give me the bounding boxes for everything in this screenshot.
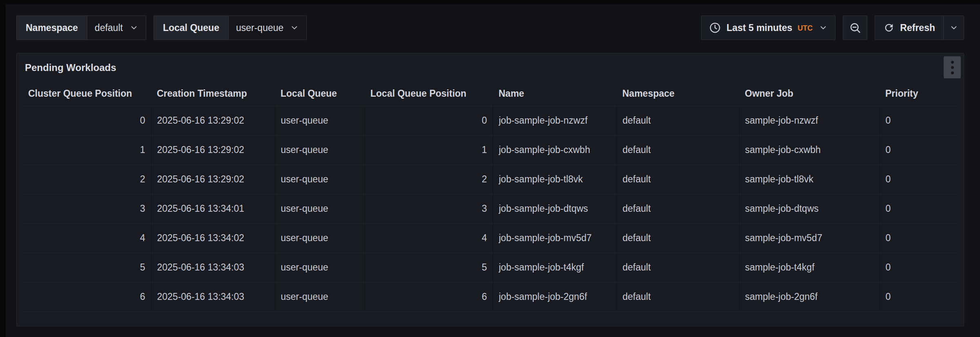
table-cell: 0 [880, 194, 958, 223]
refresh-button-group: Refresh [875, 16, 964, 40]
table-cell: default [617, 253, 739, 282]
table-cell: 0 [880, 282, 958, 311]
table-body: 02025-06-16 13:29:02user-queue0job-sampl… [22, 106, 958, 311]
dashboard: Namespace default Local Queue user-queue… [6, 4, 980, 337]
table-cell: user-queue [275, 135, 365, 164]
table-cell: 3 [22, 194, 151, 223]
table-cell: default [617, 282, 739, 311]
table-row: 42025-06-16 13:34:02user-queue4job-sampl… [22, 223, 958, 253]
table-cell: sample-job-nzwzf [739, 106, 880, 135]
table-cell: sample-job-2gn6f [739, 282, 880, 311]
table-cell: default [617, 194, 739, 223]
table-cell: sample-job-dtqws [739, 194, 880, 223]
table-cell: 0 [880, 106, 958, 135]
namespace-variable: Namespace default [16, 16, 146, 40]
namespace-variable-value: default [95, 22, 123, 33]
column-header-local-queue-position[interactable]: Local Queue Position [365, 82, 493, 106]
table-cell: job-sample-job-nzwzf [493, 106, 617, 135]
refresh-interval-dropdown[interactable] [943, 16, 964, 40]
column-header-owner-job[interactable]: Owner Job [739, 82, 880, 106]
table-cell: 1 [22, 135, 151, 164]
refresh-button[interactable]: Refresh [875, 16, 943, 40]
local-queue-variable: Local Queue user-queue [154, 16, 307, 40]
time-picker-button[interactable]: Last 5 minutes UTC [701, 16, 835, 40]
table-cell: 5 [365, 253, 493, 282]
refresh-icon [883, 22, 895, 33]
table-cell: sample-job-mv5d7 [739, 223, 880, 253]
column-header-name[interactable]: Name [493, 82, 617, 106]
table-cell: user-queue [275, 106, 365, 135]
kebab-icon [951, 61, 954, 64]
local-queue-variable-value: user-queue [236, 22, 283, 33]
table-cell: 3 [365, 194, 493, 223]
column-header-namespace[interactable]: Namespace [617, 82, 739, 106]
table-cell: 6 [365, 282, 493, 311]
table-cell: 2025-06-16 13:34:03 [151, 282, 275, 311]
table-cell: job-sample-job-cxwbh [493, 135, 617, 164]
time-range-label: Last 5 minutes [726, 22, 792, 33]
chevron-down-icon [819, 23, 828, 32]
table-row: 22025-06-16 13:29:02user-queue2job-sampl… [22, 164, 958, 194]
column-header-priority[interactable]: Priority [880, 82, 958, 106]
chevron-down-icon [290, 23, 299, 32]
panel-title[interactable]: Pending Workloads [25, 62, 116, 73]
table-cell: 0 [880, 223, 958, 253]
table-cell: 2025-06-16 13:34:01 [151, 194, 275, 223]
table-row: 32025-06-16 13:34:01user-queue3job-sampl… [22, 194, 958, 223]
table-cell: default [617, 223, 739, 253]
table-cell: 4 [22, 223, 151, 253]
table-cell: 0 [880, 164, 958, 194]
table-cell: job-sample-job-dtqws [493, 194, 617, 223]
namespace-variable-label: Namespace [17, 16, 87, 40]
table-cell: 2 [22, 164, 151, 194]
table-cell: 2025-06-16 13:34:03 [151, 253, 275, 282]
table-row: 62025-06-16 13:34:03user-queue6job-sampl… [22, 282, 958, 311]
clock-icon [709, 22, 721, 34]
timezone-label: UTC [797, 24, 813, 33]
zoom-out-button[interactable] [843, 16, 867, 40]
local-queue-variable-select[interactable]: user-queue [229, 16, 306, 40]
chevron-down-icon [949, 23, 958, 32]
table-cell: 0 [365, 106, 493, 135]
table-cell: sample-job-t4kgf [739, 253, 880, 282]
table-wrapper: Cluster Queue PositionCreation Timestamp… [17, 82, 964, 312]
table-cell: 5 [22, 253, 151, 282]
table-cell: default [617, 135, 739, 164]
chevron-down-icon [129, 23, 138, 32]
local-queue-variable-label: Local Queue [154, 16, 229, 40]
table-cell: 2025-06-16 13:29:02 [151, 106, 275, 135]
table-cell: 6 [22, 282, 151, 311]
table-cell: default [617, 164, 739, 194]
table-cell: sample-job-cxwbh [739, 135, 880, 164]
table-cell: user-queue [275, 223, 365, 253]
table-cell: sample-job-tl8vk [739, 164, 880, 194]
table-cell: user-queue [275, 253, 365, 282]
table-cell: 0 [880, 135, 958, 164]
table-cell: user-queue [275, 164, 365, 194]
panel-header: Pending Workloads [17, 53, 964, 82]
table-cell: job-sample-job-mv5d7 [493, 223, 617, 253]
table-cell: 2025-06-16 13:34:02 [151, 223, 275, 253]
column-header-cluster-queue-position[interactable]: Cluster Queue Position [22, 82, 151, 106]
table-cell: 4 [365, 223, 493, 253]
table-cell: 2 [365, 164, 493, 194]
column-header-creation-timestamp[interactable]: Creation Timestamp [151, 82, 275, 106]
zoom-out-icon [849, 22, 861, 34]
table-cell: 0 [880, 253, 958, 282]
refresh-button-label: Refresh [900, 22, 935, 33]
table-cell: 0 [22, 106, 151, 135]
table-cell: job-sample-job-2gn6f [493, 282, 617, 311]
table-cell: 2025-06-16 13:29:02 [151, 135, 275, 164]
table-cell: 2025-06-16 13:29:02 [151, 164, 275, 194]
panel-menu-button[interactable] [944, 56, 961, 78]
table-row: 52025-06-16 13:34:03user-queue5job-sampl… [22, 253, 958, 282]
table-cell: 1 [365, 135, 493, 164]
table-row: 02025-06-16 13:29:02user-queue0job-sampl… [22, 106, 958, 135]
column-header-local-queue[interactable]: Local Queue [275, 82, 365, 106]
namespace-variable-select[interactable]: default [87, 16, 146, 40]
table-cell: job-sample-job-tl8vk [493, 164, 617, 194]
table-cell: default [617, 106, 739, 135]
table-header-row: Cluster Queue PositionCreation Timestamp… [22, 82, 958, 106]
table-row: 12025-06-16 13:29:02user-queue1job-sampl… [22, 135, 958, 164]
table-cell: user-queue [275, 194, 365, 223]
